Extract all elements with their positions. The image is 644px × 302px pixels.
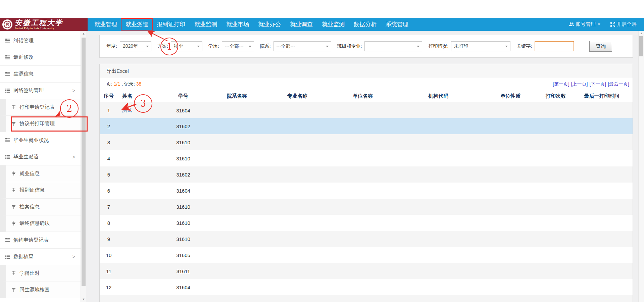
- cell-empty: [265, 295, 329, 302]
- list-icon: [5, 138, 10, 143]
- nav-item-10[interactable]: 系统管理: [385, 19, 409, 30]
- cell-student-id: 31602: [158, 166, 208, 183]
- cell-student-id: 31611: [158, 295, 208, 302]
- cell-empty: [571, 102, 633, 118]
- nav-item-1[interactable]: 就业管理: [94, 19, 118, 30]
- cell-empty: [208, 295, 265, 302]
- column-header-3: 学号: [158, 90, 208, 102]
- filter-select-4[interactable]: ---全部---: [274, 41, 331, 51]
- pager-link-3[interactable]: [下一页]: [589, 81, 606, 87]
- sidebar-scrollbar[interactable]: ▲ ▼: [81, 31, 86, 302]
- export-excel-button[interactable]: 导出Excel: [100, 64, 633, 78]
- cell-student-id: 31604: [158, 279, 208, 295]
- sidebar-item-11[interactable]: 档案信息: [0, 199, 81, 215]
- sidebar-item-label: 网络签约管理: [13, 87, 44, 94]
- table-row-1[interactable]: 1测试31604: [100, 102, 633, 118]
- list-icon: [5, 88, 10, 93]
- sidebar-item-label: 毕业生就业状况: [13, 137, 49, 144]
- filter-select-6[interactable]: 未打印: [451, 41, 510, 51]
- fullscreen-button[interactable]: 开启全屏: [610, 21, 637, 28]
- sidebar-item-6[interactable]: 协议书打印管理: [0, 116, 81, 133]
- top-nav-menu: 就业管理就业派遣报到证打印就业监测就业市场就业办公就业调查就业监测数据分析系统管…: [88, 18, 417, 31]
- sidebar-item-label: 学籍比对: [19, 270, 40, 276]
- sidebar-item-8[interactable]: 毕业生派遣>: [0, 149, 81, 166]
- table-row-9[interactable]: 931610: [100, 231, 633, 247]
- nav-item-2[interactable]: 就业派遣: [121, 18, 153, 31]
- sidebar-item-3[interactable]: 生源信息: [0, 66, 81, 83]
- cell-empty: [265, 279, 329, 295]
- sidebar-item-10[interactable]: 报到证信息: [0, 182, 81, 199]
- table-row-11[interactable]: 1131611: [100, 263, 633, 279]
- sidebar-item-label: 回生源地核查: [19, 287, 50, 293]
- table-row-4[interactable]: 431610: [100, 150, 633, 166]
- student-id-value: 31610: [176, 204, 190, 210]
- nav-item-5[interactable]: 就业市场: [226, 19, 250, 30]
- sidebar-item-15[interactable]: 学籍比对: [0, 265, 81, 282]
- sidebar-item-13[interactable]: 解约申请登记表: [0, 232, 81, 249]
- cell-name: [118, 215, 158, 231]
- column-header-1: 序号: [100, 90, 118, 102]
- nav-item-3[interactable]: 报到证打印: [156, 19, 186, 30]
- table-row-13[interactable]: 1331611: [100, 295, 633, 302]
- nav-item-8[interactable]: 就业监测: [321, 19, 345, 30]
- cell-empty: [208, 231, 265, 247]
- filter-select-1[interactable]: 2020年: [120, 41, 151, 51]
- sidebar-item-7[interactable]: 毕业生就业状况: [0, 132, 81, 149]
- cell-empty: [541, 118, 571, 134]
- university-name-en: Anhui Polytechnic University: [15, 27, 63, 30]
- pager-link-1[interactable]: [第一页]: [553, 81, 569, 87]
- student-id-value: 31610: [176, 156, 190, 161]
- sidebar-item-14[interactable]: 数据核查>: [0, 249, 81, 265]
- sidebar-item-4[interactable]: 网络签约管理>: [0, 83, 81, 99]
- keyword-input[interactable]: [535, 41, 574, 51]
- sidebar-item-12[interactable]: 最终信息确认: [0, 215, 81, 232]
- page-scrollbar[interactable]: ▲: [638, 31, 644, 302]
- cell-empty: [208, 247, 265, 263]
- scroll-up-icon[interactable]: ▲: [82, 32, 86, 35]
- nav-item-4[interactable]: 就业监测: [194, 19, 218, 30]
- page-scrollbar-thumb[interactable]: [639, 36, 643, 56]
- column-header-8: 单位性质: [480, 90, 541, 102]
- cell-empty: [480, 183, 541, 199]
- pager-link-2[interactable]: [上一页]: [571, 81, 588, 87]
- cell-empty: [541, 134, 571, 150]
- top-nav-right: 账号管理 开启全屏: [569, 18, 637, 31]
- table-row-3[interactable]: 331610: [100, 134, 633, 150]
- scroll-up-icon[interactable]: ▲: [639, 32, 643, 35]
- table-row-7[interactable]: 731610: [100, 199, 633, 215]
- cell-empty: [480, 247, 541, 263]
- scroll-down-icon[interactable]: ▼: [82, 298, 86, 301]
- sidebar-item-16[interactable]: 回生源地核查: [0, 282, 81, 299]
- student-name-link[interactable]: 测试: [122, 107, 132, 113]
- table-row-8[interactable]: 831610: [100, 215, 633, 231]
- table-row-12[interactable]: 1231604: [100, 279, 633, 295]
- sidebar-item-label: 打印申请登记表: [19, 104, 55, 110]
- pagination-row: 页: 1/1 , 记录: 38 [第一页][上一页][下一页][最后一页]: [100, 78, 633, 90]
- table-row-10[interactable]: 1031605: [100, 247, 633, 263]
- sidebar-item-9[interactable]: 就业信息: [0, 165, 81, 182]
- cell-student-id: 31610: [158, 134, 208, 150]
- sidebar-item-2[interactable]: 最近修改: [0, 49, 81, 66]
- sidebar-item-5[interactable]: 打印申请登记表: [0, 99, 81, 116]
- filter-select-3[interactable]: ---全部---: [222, 41, 254, 51]
- pager-links: [第一页][上一页][下一页][最后一页]: [551, 81, 629, 87]
- page-value: 1/1: [114, 81, 120, 87]
- filter-select-5[interactable]: [364, 41, 422, 51]
- cell-index: 9: [100, 231, 118, 247]
- sidebar-item-1[interactable]: 纠错管理: [0, 33, 81, 49]
- list-icon: [5, 238, 10, 242]
- pager-link-4[interactable]: [最后一页]: [608, 81, 629, 87]
- sidebar-scrollbar-thumb[interactable]: [82, 38, 86, 286]
- table-row-2[interactable]: 231602: [100, 118, 633, 134]
- nav-item-6[interactable]: 就业办公: [257, 19, 282, 30]
- table-row-6[interactable]: 631604: [100, 183, 633, 199]
- search-button[interactable]: 查询: [589, 41, 612, 52]
- cell-empty: [208, 183, 265, 199]
- table-row-5[interactable]: 531602: [100, 166, 633, 183]
- filter-select-2[interactable]: 秋季: [171, 41, 202, 51]
- nav-item-7[interactable]: 就业调查: [289, 19, 313, 30]
- nav-item-9[interactable]: 数据分析: [353, 19, 377, 30]
- account-menu[interactable]: 账号管理: [569, 21, 600, 28]
- cell-empty: [480, 263, 541, 279]
- cell-empty: [265, 215, 329, 231]
